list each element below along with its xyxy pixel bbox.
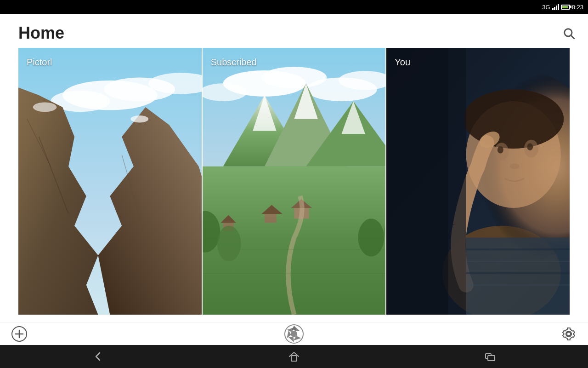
camera-button[interactable] bbox=[284, 324, 304, 344]
home-icon bbox=[288, 350, 300, 363]
subscribed-image bbox=[203, 48, 386, 315]
status-icons: 3G 8:23 bbox=[542, 4, 583, 11]
svg-point-48 bbox=[510, 163, 520, 169]
status-bar: 3G 8:23 bbox=[0, 0, 588, 14]
clock: 8:23 bbox=[572, 4, 583, 11]
card-pictorl[interactable]: Pictorl bbox=[18, 48, 203, 315]
recent-apps-icon bbox=[484, 350, 497, 363]
cards-container: Pictorl bbox=[0, 48, 588, 315]
svg-point-47 bbox=[527, 144, 533, 150]
svg-point-9 bbox=[33, 103, 57, 112]
shutter-icon bbox=[284, 324, 304, 344]
back-button[interactable] bbox=[84, 346, 112, 367]
card-subscribed-label: Subscribed bbox=[211, 57, 257, 68]
card-you[interactable]: You bbox=[386, 48, 570, 315]
settings-icon bbox=[561, 327, 576, 341]
svg-line-1 bbox=[571, 35, 574, 38]
search-button[interactable] bbox=[559, 23, 579, 43]
svg-rect-27 bbox=[265, 214, 277, 223]
svg-point-43 bbox=[463, 89, 564, 149]
card-you-label: You bbox=[395, 57, 410, 68]
svg-point-61 bbox=[291, 331, 297, 337]
nav-bar bbox=[0, 345, 588, 368]
svg-rect-63 bbox=[291, 356, 297, 361]
home-button[interactable] bbox=[280, 346, 308, 367]
svg-point-35 bbox=[358, 218, 384, 256]
svg-point-46 bbox=[498, 146, 503, 153]
add-button[interactable] bbox=[9, 324, 29, 344]
recent-apps-button[interactable] bbox=[476, 346, 504, 367]
bottom-toolbar bbox=[0, 322, 588, 345]
svg-point-34 bbox=[217, 226, 241, 261]
svg-point-62 bbox=[567, 332, 571, 336]
page-title: Home bbox=[18, 23, 64, 43]
you-image bbox=[386, 48, 570, 315]
header: Home bbox=[0, 18, 588, 48]
network-indicator: 3G bbox=[542, 4, 550, 11]
svg-point-10 bbox=[130, 115, 148, 122]
card-pictorl-label: Pictorl bbox=[27, 57, 52, 68]
search-icon bbox=[562, 27, 575, 40]
card-subscribed[interactable]: Subscribed bbox=[203, 48, 387, 315]
pictorl-image bbox=[18, 48, 202, 315]
signal-icon bbox=[552, 4, 559, 10]
back-icon bbox=[91, 350, 104, 363]
settings-button[interactable] bbox=[559, 324, 579, 344]
svg-rect-56 bbox=[386, 48, 448, 315]
battery-icon bbox=[561, 5, 570, 10]
main-content: Home bbox=[0, 14, 588, 322]
svg-rect-65 bbox=[488, 356, 495, 361]
add-icon bbox=[11, 326, 28, 342]
